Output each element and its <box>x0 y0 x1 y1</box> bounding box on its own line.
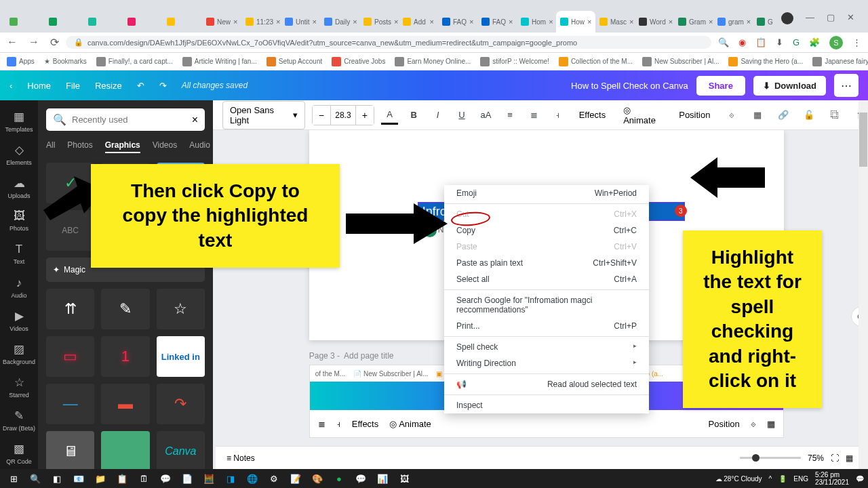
bookmark[interactable]: Earn Money Online... <box>395 57 471 66</box>
back-arrow-icon[interactable]: ‹ <box>9 81 12 91</box>
bold-button[interactable]: B <box>405 106 422 125</box>
resize-menu[interactable]: Resize <box>95 81 122 91</box>
tray-time[interactable]: 5:26 pm23/11/2021 <box>815 471 849 486</box>
position-button[interactable]: Position <box>673 106 715 123</box>
reload-button[interactable]: ⟳ <box>50 36 59 49</box>
weather[interactable]: ☁ 28°C Cloudy <box>715 475 762 483</box>
zoom-value[interactable]: 75% <box>808 453 824 463</box>
redo-icon[interactable]: ↷ <box>159 81 167 91</box>
app-icon[interactable]: 📊 <box>373 470 392 487</box>
forward-button[interactable]: → <box>28 36 39 49</box>
ctx-read-aloud[interactable]: 📢 Read aloud selected text <box>444 376 649 392</box>
page-title-hint[interactable]: Add page title <box>344 351 393 361</box>
app-icon[interactable]: 📝 <box>286 470 305 487</box>
rail-uploads[interactable]: ☁Uploads <box>0 172 38 203</box>
tab[interactable] <box>84 11 123 33</box>
bookmark[interactable]: New Subscriber | Al... <box>642 57 719 66</box>
bookmark[interactable]: Setup Account <box>267 57 323 66</box>
graphic-item[interactable]: ▭ <box>46 336 94 377</box>
more-button[interactable]: ⋯ <box>834 74 859 97</box>
position-button[interactable]: Position <box>708 419 739 429</box>
tray-chevron[interactable]: ^ <box>769 475 772 483</box>
back-button[interactable]: ← <box>7 36 18 49</box>
app-icon[interactable]: ◨ <box>221 470 240 487</box>
tab-all[interactable]: All <box>46 140 55 153</box>
extensions-icon[interactable]: 🧩 <box>809 37 820 47</box>
rail-text[interactable]: TText <box>0 239 38 269</box>
copy-style-icon[interactable]: ⟐ <box>722 106 741 125</box>
copy-style-icon[interactable]: ⟐ <box>751 419 756 429</box>
italic-button[interactable]: I <box>429 106 446 125</box>
search-button[interactable]: 🔍 <box>26 470 45 487</box>
minimize-button[interactable]: — <box>806 12 814 24</box>
ctx-emoji[interactable]: EmojiWin+Period <box>444 185 649 201</box>
zoom-icon[interactable]: 🔍 <box>718 37 729 47</box>
rail-qrcode[interactable]: ▩QR Code <box>0 439 38 469</box>
url-input[interactable]: 🔒 canva.com/design/DAEwh1JfjPs/DE6OXvNwL… <box>66 36 711 49</box>
tab[interactable]: 11:23× <box>241 11 281 33</box>
app-icon[interactable]: 🗓 <box>134 470 153 487</box>
ctx-print[interactable]: Print...Ctrl+P <box>444 318 649 334</box>
graphic-item[interactable]: Canva <box>157 431 205 472</box>
app-icon[interactable]: 🖼 <box>395 470 414 487</box>
lock-icon[interactable]: 🔓 <box>800 106 818 125</box>
undo-icon[interactable]: ↶ <box>137 81 144 91</box>
app-icon[interactable]: 🎨 <box>308 470 327 487</box>
ctx-select-all[interactable]: Select allCtrl+A <box>444 271 649 287</box>
animate-button[interactable]: ◎ Animate <box>389 419 431 429</box>
rail-starred[interactable]: ☆Starred <box>0 372 38 403</box>
fullscreen-icon[interactable]: ⛶ <box>831 453 839 463</box>
graphic-item[interactable]: ⇈ <box>46 289 94 329</box>
tab-photos[interactable]: Photos <box>67 140 92 153</box>
grid-view-icon[interactable]: ▦ <box>846 453 853 463</box>
transparency-icon[interactable]: ▦ <box>767 419 775 429</box>
tab[interactable]: New× <box>202 11 241 33</box>
task-view[interactable]: ◧ <box>47 470 66 487</box>
tab-graphics[interactable]: Graphics <box>105 140 140 153</box>
grammarly-badge[interactable]: 3 <box>675 205 687 217</box>
text-color[interactable]: A <box>381 106 398 125</box>
underline-button[interactable]: U <box>453 106 470 125</box>
list-icon[interactable]: ≣ <box>526 106 542 125</box>
bookmark[interactable]: Creative Jobs <box>332 57 385 66</box>
effects-button[interactable]: Effects <box>574 106 612 123</box>
home-link[interactable]: Home <box>27 81 51 91</box>
link-icon[interactable]: 🔗 <box>774 106 793 125</box>
bookmark[interactable]: Finally!, a card capt... <box>96 57 173 66</box>
search-box[interactable]: 🔍 × <box>46 108 205 131</box>
profile-avatar[interactable]: S <box>829 36 843 49</box>
app-icon[interactable]: 🧮 <box>199 470 218 487</box>
ctx-search-google[interactable]: Search Google for "Infromation magci rec… <box>444 292 649 318</box>
zoom-slider[interactable] <box>740 457 801 459</box>
ext-icon[interactable]: 📋 <box>755 37 766 47</box>
tab[interactable]: Gram× <box>753 11 773 33</box>
bookmark[interactable]: Japanese fairy tales <box>812 57 868 66</box>
app-icon[interactable]: 📄 <box>178 470 197 487</box>
ctx-spell-check[interactable]: Spell check <box>444 339 649 355</box>
tab-audio[interactable]: Audio <box>189 140 210 153</box>
effects-button[interactable]: Effects <box>352 419 379 429</box>
app-icon[interactable]: 💬 <box>156 470 175 487</box>
avatar-icon[interactable] <box>781 12 793 24</box>
bookmark[interactable]: Article Writing | fan... <box>182 57 257 66</box>
transparency-icon[interactable]: ▦ <box>748 106 767 125</box>
ext-icon[interactable]: G <box>793 37 800 47</box>
spacing-icon[interactable]: ⫞ <box>549 106 566 125</box>
graphic-item[interactable]: Linked in <box>157 336 205 377</box>
search-input[interactable] <box>72 115 186 125</box>
graphic-item[interactable]: — <box>46 384 94 424</box>
animate-button[interactable]: ◎ Animate <box>618 102 667 129</box>
tab[interactable]: gram× <box>713 11 753 33</box>
tab[interactable]: Untit× <box>281 11 320 33</box>
rail-templates[interactable]: ▦Templates <box>0 106 38 136</box>
spacing-icon[interactable]: ⫞ <box>336 419 341 429</box>
design-title[interactable]: How to Spell Check on Canva <box>571 81 688 91</box>
tab[interactable]: Posts× <box>359 11 399 33</box>
download-button[interactable]: ⬇Download <box>753 76 826 96</box>
graphic-item[interactable]: ✎ <box>101 289 149 329</box>
file-menu[interactable]: File <box>66 81 80 91</box>
clear-icon[interactable]: × <box>192 114 198 126</box>
vertical-scrollbar[interactable] <box>859 100 868 469</box>
duplicate-icon[interactable]: ⿻ <box>825 106 844 125</box>
graphic-item[interactable] <box>101 431 149 472</box>
